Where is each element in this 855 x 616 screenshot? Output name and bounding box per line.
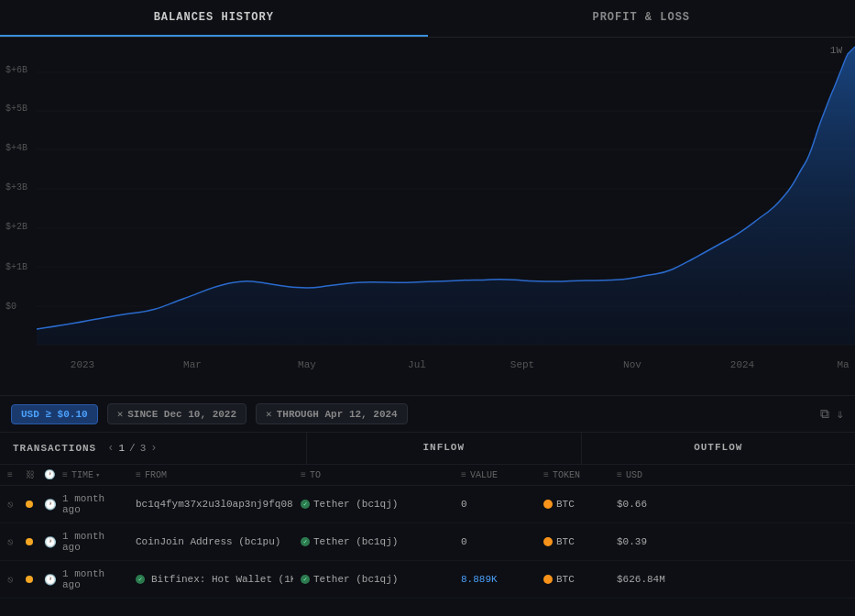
- btc-dot-icon: [543, 575, 553, 584]
- since-filter-x[interactable]: ✕: [117, 408, 124, 420]
- download-icon[interactable]: ⇓: [837, 406, 844, 422]
- y-label-3b: $+3B: [5, 182, 27, 192]
- row2-token: BTC: [556, 536, 575, 547]
- tc-from-1: bc1q4fym37x2u3l0ap3nj9fq08gzqgzl...: [128, 499, 293, 510]
- time-header-label: TIME: [71, 470, 93, 480]
- ch-from[interactable]: ≡ FROM: [128, 470, 293, 480]
- row3-value: 8.889K: [461, 574, 498, 585]
- page-total: 3: [140, 443, 147, 454]
- y-label-2b: $+2B: [5, 222, 27, 232]
- row1-token: BTC: [556, 499, 575, 510]
- through-filter-pill[interactable]: ✕ THROUGH Apr 12, 2024: [256, 403, 408, 424]
- y-label-6b: $+6B: [5, 65, 27, 75]
- tc-dot-3: [18, 576, 37, 583]
- svg-text:Jul: Jul: [408, 359, 426, 370]
- tc-usd-3: $626.84M: [609, 574, 692, 585]
- svg-text:Ma: Ma: [837, 359, 850, 370]
- tc-link-1: ⎋: [0, 499, 18, 511]
- verified-icon: ✓: [301, 500, 310, 509]
- since-filter-label: SINCE Dec 10, 2022: [127, 409, 236, 420]
- ch-link: ≡: [0, 470, 18, 480]
- chain-dot-yellow: [26, 500, 33, 508]
- tc-clock-1: 🕐: [37, 499, 55, 511]
- since-filter-pill[interactable]: ✕ SINCE Dec 10, 2022: [107, 403, 247, 424]
- ch-token[interactable]: ≡ TOKEN: [536, 470, 609, 480]
- value-filter-icon: ≡: [461, 470, 466, 480]
- tab-profit-loss[interactable]: PROFIT & LOSS: [428, 0, 856, 37]
- chain-col-icon: ⛓: [26, 469, 35, 480]
- tc-usd-1: $0.66: [609, 499, 692, 510]
- tc-to-3: ✓ Tether (bc1qj): [293, 574, 454, 585]
- external-link-icon[interactable]: ⎋: [7, 499, 14, 511]
- usd-col-filter-icon: ≡: [617, 470, 622, 480]
- tc-time-1: 1 month ago: [55, 493, 128, 515]
- row1-time: 1 month ago: [62, 493, 121, 515]
- tc-to-2: ✓ Tether (bc1qj): [293, 536, 454, 547]
- row2-from: CoinJoin Address (bc1pu): [136, 536, 280, 547]
- chain-dot-yellow: [26, 538, 33, 545]
- tc-dot-2: [18, 538, 37, 545]
- to-header-label: TO: [310, 470, 321, 480]
- row3-usd: $626.84M: [617, 574, 665, 585]
- clock-header-icon: 🕐: [44, 469, 55, 480]
- tc-clock-2: 🕐: [37, 536, 55, 548]
- btc-dot-icon: [543, 500, 553, 509]
- row1-usd: $0.66: [617, 499, 647, 510]
- chart-container: 1W $+6B $+5B $+4B $+3B $+2B $+1B $0 2023…: [0, 38, 855, 395]
- y-label-1b: $+1B: [5, 262, 27, 272]
- usd-filter-pill[interactable]: USD ≥ $0.10: [11, 404, 98, 424]
- page-current: 1: [118, 443, 125, 454]
- tc-from-2: CoinJoin Address (bc1pu): [128, 536, 293, 547]
- external-link-icon[interactable]: ⎋: [7, 574, 14, 586]
- row3-token: BTC: [556, 574, 575, 585]
- filter-bar: USD ≥ $0.10 ✕ SINCE Dec 10, 2022 ✕ THROU…: [0, 395, 855, 433]
- transactions-section: TRANSACTIONS ‹ 1 / 3 › INFLOW OUTFLOW ≡ …: [0, 433, 855, 599]
- to-filter-icon: ≡: [301, 470, 306, 480]
- tc-link-3: ⎋: [0, 574, 18, 586]
- usd-header-label: USD: [626, 470, 642, 480]
- transactions-label: TRANSACTIONS: [13, 443, 96, 454]
- copy-icon[interactable]: ⧉: [820, 407, 829, 422]
- from-header-label: FROM: [145, 470, 167, 480]
- token-filter-icon: ≡: [543, 470, 549, 480]
- time-sort-icon[interactable]: ▾: [95, 470, 100, 480]
- tc-dot-1: [18, 500, 37, 508]
- svg-text:Sept: Sept: [510, 359, 534, 370]
- prev-page-button[interactable]: ‹: [107, 442, 114, 455]
- tc-token-3: BTC: [536, 574, 609, 585]
- y-label-4b: $+4B: [5, 143, 27, 153]
- page-sep: /: [129, 443, 136, 454]
- tc-from-3: ✓ Bitfinex: Hot Wallet (1Kr6Q): [128, 574, 293, 585]
- tc-time-3: 1 month ago: [55, 568, 128, 590]
- ch-to[interactable]: ≡ TO: [293, 470, 454, 480]
- chart-timeframe[interactable]: 1W: [830, 45, 842, 56]
- table-row: ⎋ 🕐 1 month ago bc1q4fym37x2u3l0ap3nj9fq…: [0, 486, 855, 523]
- verified-icon: ✓: [301, 575, 310, 584]
- external-link-icon[interactable]: ⎋: [7, 536, 14, 548]
- tc-value-2: 0: [454, 536, 536, 547]
- svg-text:2023: 2023: [71, 359, 94, 370]
- y-label-5b: $+5B: [5, 104, 27, 114]
- ch-clock-header: 🕐: [37, 469, 55, 480]
- tab-balances-history[interactable]: BALANCES HISTORY: [0, 0, 428, 37]
- ch-usd[interactable]: ≡ USD: [609, 470, 692, 480]
- tc-link-2: ⎋: [0, 536, 18, 548]
- through-filter-x[interactable]: ✕: [266, 408, 272, 420]
- from-filter-icon: ≡: [136, 470, 141, 480]
- ch-value[interactable]: ≡ VALUE: [454, 470, 536, 480]
- svg-text:2024: 2024: [730, 359, 755, 370]
- page-nav: ‹ 1 / 3 ›: [107, 442, 157, 455]
- ch-chain: ⛓: [18, 469, 37, 480]
- tc-to-1: ✓ Tether (bc1qj): [293, 499, 454, 510]
- next-page-button[interactable]: ›: [150, 442, 157, 455]
- row2-usd: $0.39: [617, 536, 647, 547]
- tc-usd-2: $0.39: [609, 536, 692, 547]
- time-filter-icon: ≡: [62, 470, 68, 480]
- y-label-0: $0: [5, 302, 16, 312]
- column-headers: ≡ ⛓ 🕐 ≡ TIME ▾ ≡ FROM ≡ TO ≡ VALUE ≡ TOK…: [0, 465, 855, 486]
- svg-text:Nov: Nov: [623, 359, 641, 370]
- ch-time[interactable]: ≡ TIME ▾: [55, 470, 128, 480]
- row2-value: 0: [461, 536, 467, 547]
- table-row: ⎋ 🕐 1 month ago ✓ Bitfinex: Hot Wallet (…: [0, 561, 855, 599]
- transactions-header-row: TRANSACTIONS ‹ 1 / 3 › INFLOW OUTFLOW: [0, 433, 855, 465]
